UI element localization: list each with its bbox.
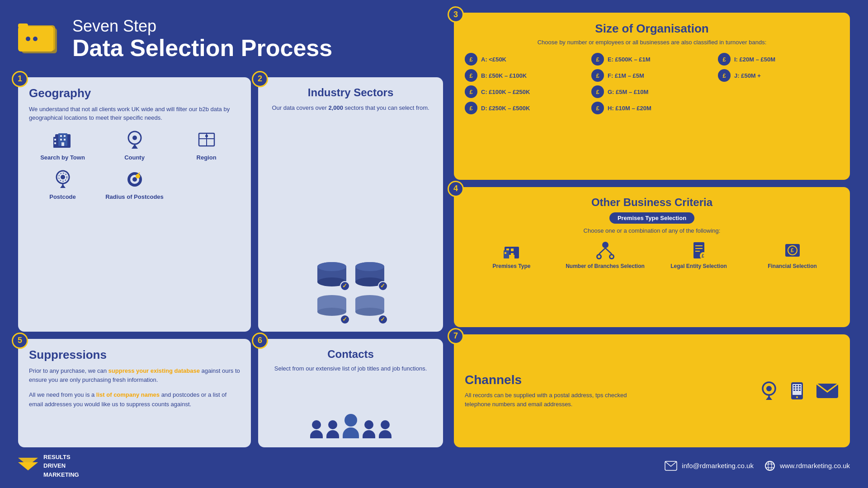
geo-item-town: Search by Town: [29, 130, 96, 162]
band-b-icon: £: [465, 69, 477, 82]
turnover-grid: £ A: <£50K £ E: £500K – £1M £ I: £20M – …: [465, 53, 839, 114]
criteria-legal-label: Legal Entity Selection: [670, 263, 727, 270]
website-icon: [764, 460, 775, 471]
svg-point-5: [33, 37, 38, 41]
criteria-legal: £ Legal Entity Selection: [652, 240, 745, 270]
svg-rect-10: [64, 135, 66, 137]
logo-line2: DRIVEN: [43, 461, 79, 470]
step4-badge: 4: [448, 181, 464, 197]
svg-rect-53: [509, 255, 514, 258]
band-h-icon: £: [591, 102, 604, 114]
header: Seven Step Data Selection Process: [18, 13, 443, 70]
svg-rect-13: [61, 142, 64, 146]
svg-point-56: [602, 242, 609, 248]
svg-rect-12: [64, 139, 66, 141]
logo-line1: RESULTS: [43, 453, 79, 462]
logo-line3: MARKETING: [43, 470, 79, 479]
footer: RESULTS DRIVEN MARKETING info@rdmarketin…: [18, 447, 850, 479]
person4-body: [363, 430, 375, 438]
svg-point-25: [61, 175, 65, 179]
band-f-label: F: £1M – £5M: [608, 72, 644, 79]
svg-rect-82: [793, 387, 795, 389]
step2-description: Our data covers over 2,000 sectors that …: [272, 103, 429, 113]
person1-head: [312, 420, 321, 429]
step2-title: Industry Sectors: [308, 86, 393, 99]
step2-card: 2 Industry Sectors Our data covers over …: [258, 77, 443, 332]
band-empty: [718, 85, 839, 98]
svg-text:£: £: [791, 247, 794, 253]
step4-badge-wrapper: Premises Type Selection: [465, 212, 839, 224]
band-e-label: E: £500K – £1M: [608, 56, 651, 63]
svg-text:£: £: [702, 253, 704, 258]
person3-body: [343, 427, 359, 438]
geo-label-postcode: Postcode: [49, 193, 76, 201]
band-a-label: A: <£50K: [481, 56, 506, 63]
geo-item-county: County: [101, 130, 168, 162]
step5-highlight1: suppress your existing database: [108, 367, 200, 374]
band-b: £ B: £50K – £100K: [465, 69, 586, 82]
svg-rect-50: [511, 249, 514, 251]
criteria-financial-label: Financial Selection: [768, 263, 817, 270]
band-b-label: B: £50K – £100K: [481, 72, 527, 79]
svg-rect-86: [796, 389, 798, 391]
band-j: £ J: £50M +: [718, 69, 839, 82]
person2-body: [326, 430, 339, 438]
step1-description: We understand that not all clients work …: [29, 105, 240, 122]
svg-rect-87: [799, 389, 801, 391]
criteria-premises-label: Premises Type: [493, 263, 531, 269]
step5-card: 5 Suppressions Prior to any purchase, we…: [18, 339, 251, 447]
band-h: £ H: £10M – £20M: [591, 102, 712, 114]
person1-body: [310, 430, 323, 438]
step7-description: All records can be supplied with a posta…: [465, 391, 637, 408]
step5-highlight2: list of company names: [96, 391, 160, 398]
svg-rect-14: [54, 139, 56, 141]
building-icon: [52, 130, 74, 150]
email-address: info@rdmarketing.co.uk: [682, 462, 754, 469]
svg-point-47: [355, 308, 384, 316]
svg-rect-11: [60, 139, 62, 141]
step4-subtitle: Choose one or a combination of any of th…: [465, 227, 839, 234]
step3-card: 3 Size of Organisation Choose by number …: [454, 13, 850, 180]
step4-card: 4 Other Business Criteria Premises Type …: [454, 187, 850, 327]
band-c: £ C: £100K – £250K: [465, 85, 586, 98]
db3-check: ✓: [340, 314, 350, 324]
email-contact: info@rdmarketing.co.uk: [665, 461, 754, 471]
page: Seven Step Data Selection Process 1 Geog…: [0, 0, 868, 488]
step5-title: Suppressions: [29, 348, 240, 362]
people-icons: [310, 414, 392, 438]
region-icon: [195, 130, 218, 150]
website-contact: www.rdmarketing.co.uk: [764, 460, 850, 471]
band-i-icon: £: [718, 53, 731, 66]
band-f: £ F: £1M – £5M: [591, 69, 712, 82]
header-text: Seven Step Data Selection Process: [72, 17, 332, 61]
postcode-icon: [52, 169, 74, 190]
geo-label-region: Region: [197, 154, 217, 162]
step6-card: 6 Contacts Select from our extensive lis…: [258, 339, 443, 447]
criteria-items: Premises Type Number of: [465, 240, 839, 270]
svg-line-59: [599, 248, 605, 254]
branches-icon: [595, 240, 615, 260]
geo-item-postcode: Postcode: [29, 169, 96, 201]
svg-point-92: [765, 461, 774, 470]
svg-rect-79: [793, 385, 795, 386]
svg-rect-83: [796, 387, 798, 389]
svg-rect-9: [60, 135, 62, 137]
logo-area: RESULTS DRIVEN MARKETING: [18, 453, 79, 479]
criteria-premises: Premises Type: [465, 240, 558, 269]
svg-rect-81: [799, 385, 801, 386]
step1-badge: 1: [12, 71, 28, 87]
person4-head: [364, 420, 373, 429]
step3-title: Size of Organisation: [465, 22, 839, 36]
svg-rect-85: [793, 389, 795, 391]
band-g: £ G: £5M – £10M: [591, 85, 712, 98]
band-a: £ A: <£50K: [465, 53, 586, 66]
svg-line-60: [605, 248, 612, 254]
band-f-icon: £: [591, 69, 604, 82]
step5-badge: 5: [12, 333, 28, 349]
svg-point-41: [355, 262, 384, 271]
band-d-icon: £: [465, 102, 477, 114]
db4: ✓: [354, 295, 386, 323]
svg-point-62: [610, 255, 613, 258]
financial-icon: £: [783, 240, 802, 260]
db3: ✓: [316, 295, 348, 323]
